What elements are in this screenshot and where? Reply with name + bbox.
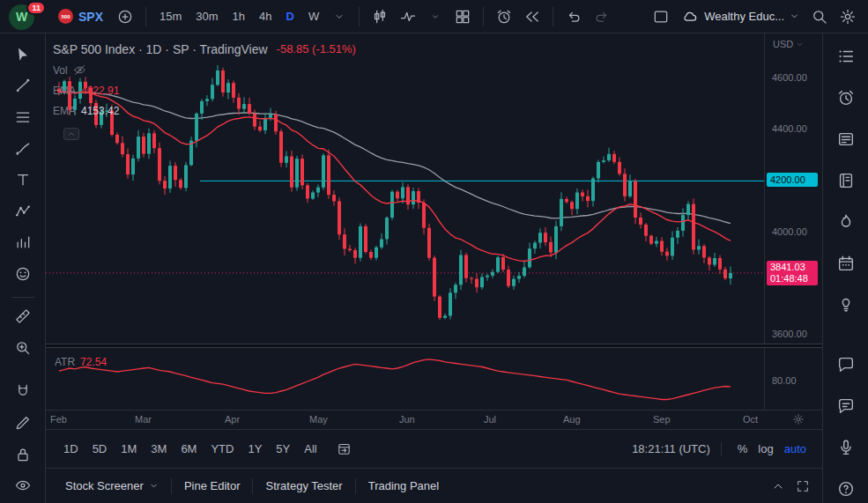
ema-slow-label[interactable]: EMA [53,105,76,117]
pattern-tool[interactable] [7,197,39,226]
tradingview-app: W 11 500 SPX 15m 30m 1h 4h D W [0,0,868,503]
auto-scale-toggle[interactable]: auto [779,439,812,459]
fullscreen-button[interactable] [790,474,815,499]
tab-trading-panel[interactable]: Trading Panel [356,469,451,503]
last-price-label[interactable]: 3841.0301:48:48 [767,261,818,285]
magnet-tool[interactable] [7,378,39,406]
lock-icon [14,446,32,463]
atr-pane-settings-gear[interactable] [792,413,805,425]
legend-collapse-button[interactable] [63,128,79,140]
timeframe-menu-button[interactable] [327,4,352,29]
undo-button[interactable] [560,4,587,29]
tab-stock-screener[interactable]: Stock Screener [53,469,171,503]
chart-plot[interactable]: S&P 500 Index · 1D · SP · TradingView -5… [46,33,764,410]
currency-selector[interactable]: USD [773,39,804,49]
chart-region: S&P 500 Index · 1D · SP · TradingView -5… [46,33,822,410]
percent-scale-toggle[interactable]: % [732,439,753,459]
toolbar-separator [145,7,146,26]
streams-button[interactable] [831,433,861,462]
chevron-up-icon [67,129,76,138]
journal-button[interactable] [831,166,861,196]
calendar-icon [836,254,856,273]
chart-title[interactable]: S&P 500 Index · 1D · SP · TradingView [53,42,268,56]
logo-letter: W [16,10,27,24]
zoom-tool[interactable] [7,334,39,362]
search-button[interactable] [806,4,833,29]
notification-badge[interactable]: 11 [26,1,46,15]
range-ytd[interactable]: YTD [204,439,241,459]
alerts-button[interactable] [831,84,861,113]
hotlists-button[interactable] [831,207,861,236]
redo-button[interactable] [589,4,615,29]
timeframe-1h[interactable]: 1h [226,4,251,29]
edit-tool[interactable] [7,409,39,437]
fib-retracement-tool[interactable] [7,103,39,131]
measure-tool[interactable] [7,303,39,331]
workspace-logo[interactable]: W 11 [7,2,46,32]
watchlist-button[interactable] [831,42,861,71]
timeframe-4h[interactable]: 4h [253,4,278,29]
expand-panel-button[interactable] [766,474,790,499]
tab-pine-editor[interactable]: Pine Editor [172,469,253,503]
cursor-tool[interactable] [7,41,39,69]
range-5d[interactable]: 5D [85,439,115,459]
timeframe-30m[interactable]: 30m [189,4,224,29]
atr-label[interactable]: ATR [55,356,75,368]
lock-drawings-tool[interactable] [7,440,39,469]
bar-replay-button[interactable] [519,4,545,29]
level-price-label[interactable]: 4200.00 [767,173,818,187]
timeframe-1d[interactable]: D [280,4,300,29]
range-1y[interactable]: 1Y [241,439,269,459]
price-tick: 4000.00 [772,226,807,237]
compare-add-symbol-button[interactable] [112,4,138,29]
private-chats-button[interactable] [831,391,861,420]
text-tool[interactable] [7,166,39,194]
range-1m[interactable]: 1M [114,439,144,459]
news-button[interactable] [831,125,861,154]
help-button[interactable] [831,474,861,503]
tab-strategy-tester[interactable]: Strategy Tester [253,469,354,503]
symbol-search-button[interactable]: 500 SPX [51,4,110,29]
microphone-icon [836,438,856,457]
ema-fast-value: 4022.91 [81,85,119,97]
cloud-account-menu[interactable]: Wealthy Educ... [676,4,805,29]
go-to-date-button[interactable] [330,438,359,460]
range-3m[interactable]: 3M [144,439,174,459]
hide-drawings-tool[interactable] [7,471,39,499]
layout-grid-button[interactable] [449,4,476,29]
chart-style-button[interactable] [367,4,393,29]
settings-button[interactable] [835,4,861,29]
ideas-button[interactable] [831,290,861,319]
trend-line-tool[interactable] [7,72,39,100]
forecast-tool[interactable] [7,228,39,256]
range-5y[interactable]: 5Y [269,439,297,459]
range-6m[interactable]: 6M [174,439,204,459]
price-axis[interactable]: USD 4600.004400.004000.003600.0080.00420… [764,33,822,410]
public-chat-button[interactable] [831,351,861,380]
time-axis[interactable]: FebMarAprMayJunJulAugSepOct [46,410,822,429]
range-1d[interactable]: 1D [56,439,85,459]
range-all[interactable]: All [297,439,323,459]
price-tick: 3600.00 [772,329,807,339]
ema-fast-label[interactable]: EMA [53,85,76,97]
clock-utc[interactable]: 18:21:11 (UTC) [632,442,710,455]
volume-study-label[interactable]: Vol [53,64,68,77]
create-alert-button[interactable] [491,4,517,29]
indicators-button[interactable] [395,4,421,29]
tab-label: Pine Editor [184,479,241,492]
ema-slow-value: 4153.42 [81,105,119,117]
calendar-button[interactable] [831,248,861,277]
brush-tool[interactable] [7,135,39,163]
pane-separator[interactable] [46,344,822,348]
emoji-tool[interactable] [7,260,39,288]
timeframe-15m[interactable]: 15m [153,4,188,29]
eye-off-icon[interactable] [73,63,86,77]
log-scale-toggle[interactable]: log [753,439,778,459]
zoom-in-icon [14,339,32,357]
timeframe-1w[interactable]: W [302,4,325,29]
toolbar-separator [359,7,360,26]
horizontal-lines-icon [14,108,32,126]
multichart-layout-button[interactable] [648,4,674,29]
indicators-templates-button[interactable] [423,4,448,29]
atr-value: 72.54 [80,356,107,368]
